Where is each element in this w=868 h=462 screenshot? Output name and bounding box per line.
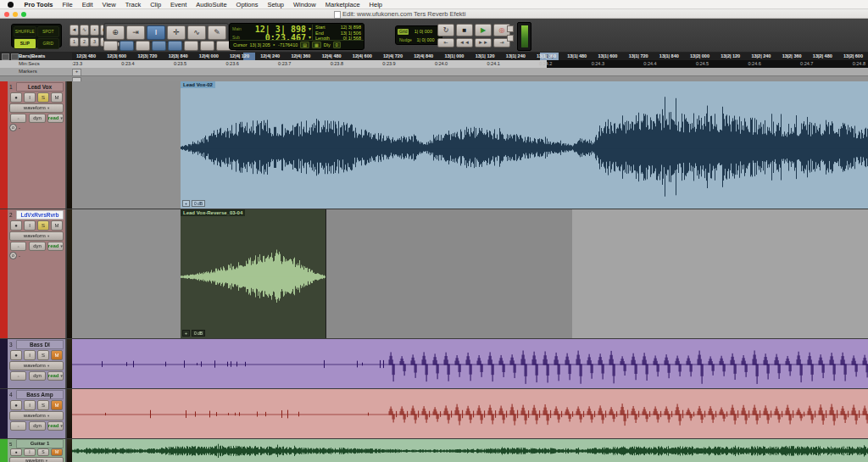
link-timeline-selection-button[interactable] xyxy=(152,41,166,51)
nudge-label[interactable]: Nudge xyxy=(398,37,414,43)
menu-item-audiosuite[interactable]: AudioSuite xyxy=(192,1,231,8)
menu-item-view[interactable]: View xyxy=(97,1,120,8)
online-button[interactable]: ↻ xyxy=(437,24,454,36)
zoom-preset-1-button[interactable]: 1 xyxy=(70,37,79,47)
zoom-window-button[interactable] xyxy=(21,12,26,17)
mirror-midi-button[interactable] xyxy=(136,41,150,51)
add-marker-button[interactable]: + xyxy=(72,69,81,75)
record-enable-button[interactable]: ● xyxy=(10,92,22,103)
midi-zoom-button[interactable]: ▪ xyxy=(90,25,99,36)
solo-button[interactable]: S xyxy=(37,400,49,410)
mute-button[interactable]: M xyxy=(51,350,63,360)
elastic-audio-button[interactable]: dyn xyxy=(29,371,45,381)
grabber-tool-button[interactable]: ✛ xyxy=(167,25,186,40)
input-monitor-button[interactable]: I xyxy=(24,350,36,360)
clip-name-label[interactable]: Lead Vox-Reverse_03-04 xyxy=(181,209,245,216)
ruler-view-icons[interactable] xyxy=(2,53,19,60)
elastic-audio-button[interactable]: dyn xyxy=(29,242,45,251)
zoom-preset-2-button[interactable]: 2 xyxy=(80,37,89,47)
output-window-icon[interactable]: o xyxy=(9,124,17,131)
tab-to-transient-button[interactable] xyxy=(120,41,134,51)
track-name[interactable]: Guitar 1 xyxy=(16,439,64,448)
spot-mode-button[interactable]: SPOT xyxy=(37,26,60,37)
timeline-insertion-icon[interactable]: ▤ xyxy=(300,42,309,48)
automation-mode-selector[interactable]: read▾ xyxy=(47,421,64,431)
audio-zoom-button[interactable]: ∿ xyxy=(80,25,89,36)
slip-mode-button[interactable]: SLIP xyxy=(14,38,36,49)
track-view-selector[interactable]: waveform▾ xyxy=(9,103,64,113)
sub-counter-caret[interactable]: ▾ xyxy=(309,34,311,40)
fast-forward-button[interactable]: ►► xyxy=(475,38,492,47)
grid-value[interactable]: 1| 0| 000 xyxy=(415,29,432,34)
track-name[interactable]: Bass Amp xyxy=(16,390,64,399)
track-view-selector[interactable]: waveform▾ xyxy=(9,457,64,462)
trim-tool-button[interactable]: ⇥ xyxy=(126,25,145,40)
output-window-icon[interactable]: o xyxy=(9,252,17,259)
grid-mode-button[interactable]: GRID xyxy=(37,38,60,49)
record-enable-button[interactable]: ● xyxy=(10,448,22,456)
mute-button[interactable]: M xyxy=(51,400,63,410)
minimize-window-button[interactable] xyxy=(13,12,18,17)
elastic-audio-button[interactable]: dyn xyxy=(29,421,45,431)
link-track-selection-button[interactable] xyxy=(168,41,182,51)
automation-mode-selector[interactable]: read▾ xyxy=(47,371,64,381)
empty-timeline-region[interactable] xyxy=(572,209,868,338)
mute-button[interactable]: M xyxy=(51,92,63,103)
menu-item-help[interactable]: Help xyxy=(364,1,387,8)
automation-safe-button[interactable]: ◦ xyxy=(10,242,26,251)
automation-safe-button[interactable]: ◦ xyxy=(10,421,26,431)
zoomer-tool-button[interactable]: ⊕ xyxy=(106,25,125,40)
insertion-follows-playback-button[interactable] xyxy=(184,41,198,51)
automation-mode-selector[interactable]: read▾ xyxy=(47,114,64,123)
markers-ruler[interactable]: + xyxy=(72,68,868,75)
lead-vox-reverse-waveform[interactable] xyxy=(181,209,326,339)
empty-timeline-region[interactable] xyxy=(72,209,181,338)
input-monitor-button[interactable]: I xyxy=(24,92,36,103)
menu-item-clip[interactable]: Clip xyxy=(146,1,166,8)
menu-item-track[interactable]: Track xyxy=(120,1,145,8)
mute-button[interactable]: M xyxy=(51,448,63,456)
window-title-bar[interactable]: Edit: www.ufukonen.com Ters Reverb Efekt… xyxy=(0,9,868,19)
solo-button[interactable]: S xyxy=(37,220,49,231)
delay-value[interactable]: 0 xyxy=(333,42,341,48)
track-view-selector[interactable]: waveform▾ xyxy=(9,411,64,420)
grid-label[interactable]: Grid xyxy=(398,29,409,35)
return-to-zero-button[interactable]: ⇤ xyxy=(437,38,454,47)
menu-item-window[interactable]: Window xyxy=(289,1,321,8)
automation-safe-button[interactable]: ◦ xyxy=(10,114,26,123)
apple-menu-icon[interactable] xyxy=(8,2,14,8)
scrubber-tool-button[interactable]: ∿ xyxy=(187,25,206,40)
stop-button[interactable]: ■ xyxy=(456,24,473,36)
record-enable-button[interactable]: ● xyxy=(10,350,22,360)
timeline-selection-region[interactable] xyxy=(326,209,573,338)
nudge-value[interactable]: 1| 0| 000 xyxy=(416,37,434,42)
shuffle-mode-button[interactable]: SHUFFLE xyxy=(14,26,36,37)
track-name[interactable]: Lead Vox xyxy=(16,82,64,92)
menu-item-options[interactable]: Options xyxy=(231,1,263,8)
solo-button[interactable]: S xyxy=(37,350,49,360)
input-monitor-button[interactable]: I xyxy=(24,448,36,456)
automation-follows-edit-button[interactable] xyxy=(200,41,214,51)
min-secs-ruler[interactable]: 0:23.30:23.40:23.50:23.60:23.70:23.80:23… xyxy=(72,60,868,68)
menu-item-setup[interactable]: Setup xyxy=(263,1,289,8)
menu-item-pro-tools[interactable]: Pro Tools xyxy=(19,1,58,8)
zoom-toggle-button[interactable] xyxy=(103,41,118,51)
record-enable-button[interactable]: ● xyxy=(10,220,22,231)
track-view-selector[interactable]: waveform▾ xyxy=(9,231,64,241)
zoom-out-arrow-button[interactable]: ◄ xyxy=(70,25,79,36)
main-counter-caret[interactable]: ▾ xyxy=(309,25,311,31)
input-monitor-button[interactable]: I xyxy=(24,220,36,231)
bass-amp-waveform[interactable] xyxy=(72,389,868,439)
bass-di-waveform[interactable] xyxy=(72,339,868,389)
play-button[interactable]: ▶ xyxy=(475,24,492,36)
input-monitor-button[interactable]: I xyxy=(24,400,36,410)
close-window-button[interactable] xyxy=(4,12,9,17)
record-enable-button[interactable]: ● xyxy=(10,400,22,410)
empty-timeline-region[interactable] xyxy=(72,81,181,209)
rewind-button[interactable]: ◄◄ xyxy=(456,38,473,47)
clip-lead-vox-02[interactable]: Lead Vox-02 +0 dB xyxy=(181,81,868,209)
clip-lead-vox-reverse[interactable]: Lead Vox-Reverse_03-04 +0 dB xyxy=(181,209,326,338)
track-name[interactable]: LdVxRvrsRvrb xyxy=(16,210,64,220)
menu-item-edit[interactable]: Edit xyxy=(77,1,97,8)
clip-gain-value[interactable]: 0 dB xyxy=(192,330,205,337)
